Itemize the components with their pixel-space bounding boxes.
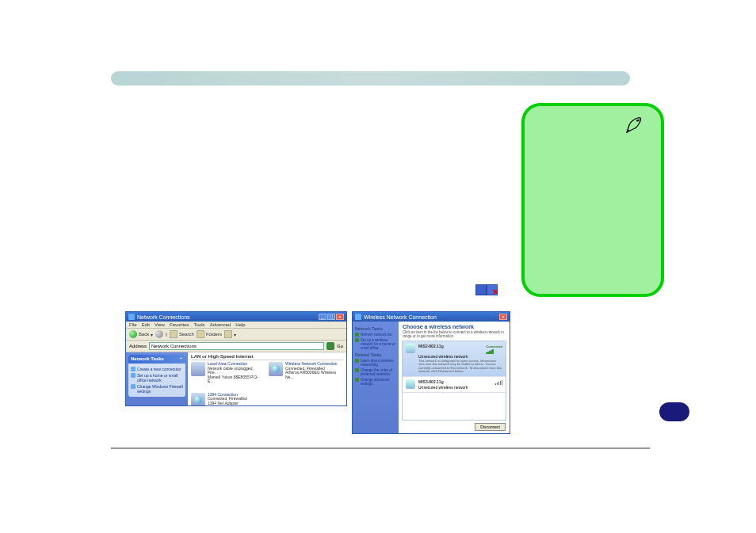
close-button[interactable]: ×	[336, 314, 344, 320]
section-banner	[111, 71, 630, 86]
signal-icon	[495, 379, 503, 385]
views-icon	[224, 330, 232, 338]
menu-tools[interactable]: Tools	[194, 322, 205, 327]
order-icon	[355, 368, 359, 372]
footer-rule	[111, 447, 650, 449]
gear-icon	[355, 378, 359, 382]
minimize-button[interactable]: _	[319, 314, 326, 320]
collapse-icon: ⌃	[179, 356, 183, 362]
menubar[interactable]: File Edit View Favorites Tools Advanced …	[126, 322, 346, 329]
choose-network-heading: Choose a wireless network	[399, 322, 510, 330]
svg-point-0	[636, 119, 640, 122]
address-input[interactable]: Network Connections	[149, 342, 324, 350]
app-icon	[128, 314, 135, 320]
task-firewall[interactable]: Change Windows Firewall settings	[131, 384, 183, 394]
titlebar[interactable]: Network Connections _ □ ×	[126, 312, 346, 322]
antenna-icon	[406, 344, 415, 353]
search-button[interactable]: Search	[170, 330, 194, 338]
network-item-2[interactable]: MIS3-802.11g Unsecured wireless network	[403, 377, 506, 393]
advanced-settings[interactable]: Change advanced settings	[355, 378, 396, 386]
learn-wireless[interactable]: Learn about wireless networking	[355, 359, 396, 367]
menu-help[interactable]: Help	[235, 322, 245, 327]
connection-1394[interactable]: 1394 Connection Connected, Firewalled 13…	[191, 393, 262, 407]
titlebar[interactable]: Wireless Network Connection ×	[353, 312, 510, 322]
choose-network-sub: Click an item in the list below to conne…	[399, 330, 510, 341]
go-label: Go	[337, 344, 343, 348]
forward-button[interactable]	[155, 330, 163, 338]
menu-view[interactable]: View	[155, 322, 165, 327]
pen-icon	[624, 116, 643, 135]
shield-icon	[131, 384, 136, 389]
wireless-icon	[269, 362, 283, 376]
maximize-button[interactable]: □	[327, 314, 335, 320]
folders-icon	[197, 330, 204, 338]
connection-wireless[interactable]: Wireless Network Connection Connected, F…	[269, 362, 340, 384]
lan-icon	[191, 362, 205, 376]
menu-advanced[interactable]: Advanced	[210, 322, 231, 327]
toolbar: Back ▾ | Search Folders ▾	[126, 329, 346, 341]
wireless-sidebar: Network Tasks Refresh network list Set u…	[353, 322, 399, 433]
search-icon	[170, 330, 178, 338]
back-icon	[129, 330, 137, 338]
connection-lan[interactable]: Local Area Connection Network cable unpl…	[191, 362, 262, 384]
refresh-icon	[355, 333, 359, 337]
views-button[interactable]: ▾	[224, 330, 236, 338]
task-setup-network[interactable]: Set up a home or small office network	[131, 373, 183, 383]
setup-icon	[355, 338, 359, 342]
network-tasks-panel: Network Tasks ⌃ Create a new connection …	[128, 355, 185, 397]
change-order[interactable]: Change the order of preferred networks	[355, 368, 396, 376]
menu-edit[interactable]: Edit	[142, 322, 150, 327]
antenna-icon	[406, 379, 415, 389]
signal-icon	[486, 348, 502, 354]
home-icon	[131, 373, 136, 378]
disconnect-button[interactable]: Disconnect	[475, 423, 506, 431]
network-connections-window: Network Connections _ □ × File Edit View…	[125, 311, 347, 406]
back-button[interactable]: Back ▾	[129, 330, 153, 338]
task-create-connection[interactable]: Create a new connection	[131, 367, 183, 371]
page-badge	[659, 402, 689, 421]
wizard-icon	[131, 367, 136, 371]
side-header-1: Network Tasks	[355, 326, 396, 331]
refresh-network-list[interactable]: Refresh network list	[355, 333, 396, 337]
menu-file[interactable]: File	[129, 322, 137, 327]
menu-favorites[interactable]: Favorites	[170, 322, 189, 327]
addressbar: Address Network Connections Go	[126, 341, 346, 352]
close-button[interactable]: ×	[499, 314, 507, 320]
network-item-1[interactable]: MIS2-802.11g Connected Unsecured wireles…	[403, 341, 506, 377]
wireless-connection-window: Wireless Network Connection × Network Ta…	[352, 311, 510, 434]
address-label: Address	[129, 344, 147, 348]
app-icon	[355, 314, 361, 320]
note-callout	[521, 103, 664, 297]
connections-area: LAN or High-Speed Internet Local Area Co…	[188, 352, 346, 406]
firewire-icon	[191, 393, 205, 407]
tasks-sidebar: Network Tasks ⌃ Create a new connection …	[126, 352, 188, 406]
tasks-header[interactable]: Network Tasks ⌃	[128, 355, 185, 364]
folders-button[interactable]: Folders	[197, 330, 222, 338]
forward-icon	[155, 330, 163, 338]
group-header: LAN or High-Speed Internet	[191, 354, 343, 360]
setup-wireless-network[interactable]: Set up a wireless network for a home or …	[355, 338, 396, 350]
window-title: Wireless Network Connection	[364, 314, 437, 320]
info-icon	[355, 359, 359, 363]
network-tray-icon	[475, 284, 498, 295]
window-title: Network Connections	[137, 314, 190, 320]
wireless-main: Choose a wireless network Click an item …	[399, 322, 510, 433]
network-list: MIS2-802.11g Connected Unsecured wireles…	[402, 341, 506, 421]
side-header-2: Related Tasks	[355, 352, 396, 357]
go-button[interactable]	[326, 342, 334, 350]
